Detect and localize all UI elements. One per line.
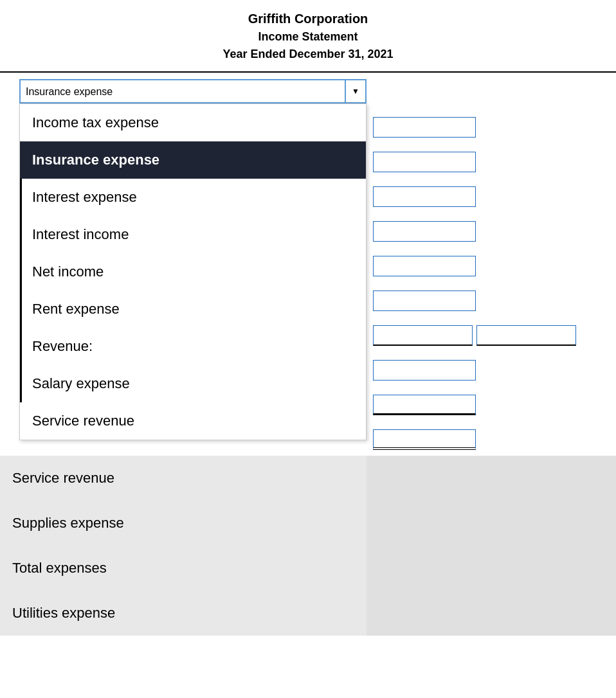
bottom-section: Service revenue Supplies expense Total e… [0, 456, 616, 636]
dropdown-list: Income tax expense Insurance expense Int… [19, 103, 367, 440]
row-rent-extra [373, 354, 616, 386]
dropdown-item-interest-expense[interactable]: Interest expense [20, 179, 366, 216]
row-income-tax [373, 111, 616, 143]
document-type: Income Statement [0, 30, 616, 44]
supplies-expense-item: Supplies expense [0, 501, 367, 546]
row-interest-income-1 [373, 215, 616, 247]
input-interest-income-2[interactable] [373, 256, 476, 276]
service-revenue-item: Service revenue [0, 456, 367, 501]
period-date: Year Ended December 31, 2021 [0, 48, 616, 61]
row-revenue [373, 389, 616, 421]
row-salary [373, 424, 616, 456]
input-salary[interactable] [373, 429, 476, 450]
row-interest-expense [373, 181, 616, 213]
input-rent-extra[interactable] [373, 360, 476, 380]
input-income-tax[interactable] [373, 117, 476, 138]
dropdown-container[interactable]: Income tax expense Insurance expense Int… [19, 79, 367, 103]
dropdown-item-service-revenue[interactable]: Service revenue [20, 402, 366, 440]
dropdown-item-insurance-expense[interactable]: Insurance expense [20, 141, 366, 179]
input-rent-right[interactable] [476, 325, 576, 346]
bottom-right-column [367, 456, 616, 636]
header-section: Griffith Corporation Income Statement Ye… [0, 0, 616, 66]
row-net-income [373, 285, 616, 317]
input-interest-expense[interactable] [373, 186, 476, 207]
left-column: Income tax expense Insurance expense Int… [0, 73, 367, 456]
company-name: Griffith Corporation [0, 12, 616, 26]
total-expenses-item: Total expenses [0, 546, 367, 591]
row-insurance [373, 146, 616, 178]
utilities-expense-item: Utilities expense [0, 591, 367, 636]
input-interest-income-1[interactable] [373, 221, 476, 242]
right-column [367, 73, 616, 456]
right-inputs [373, 73, 616, 456]
dropdown-item-income-tax-expense[interactable]: Income tax expense [20, 104, 366, 141]
input-revenue[interactable] [373, 395, 476, 415]
input-rent-left[interactable] [373, 325, 473, 346]
dropdown-item-net-income[interactable]: Net income [20, 253, 366, 291]
dropdown-item-salary-expense[interactable]: Salary expense [20, 365, 366, 402]
row-rent-expense [373, 319, 616, 352]
rent-inputs [373, 325, 576, 346]
dropdown-item-rent-expense[interactable]: Rent expense [20, 291, 366, 328]
row-interest-income-2 [373, 250, 616, 282]
category-select[interactable]: Income tax expense Insurance expense Int… [19, 79, 367, 103]
input-net-income[interactable] [373, 291, 476, 311]
page-container: Griffith Corporation Income Statement Ye… [0, 0, 616, 698]
dropdown-item-revenue[interactable]: Revenue: [20, 328, 366, 365]
dropdown-item-interest-income[interactable]: Interest income [20, 216, 366, 253]
bottom-left-column: Service revenue Supplies expense Total e… [0, 456, 367, 636]
main-content: Income tax expense Insurance expense Int… [0, 73, 616, 456]
input-insurance[interactable] [373, 152, 476, 172]
